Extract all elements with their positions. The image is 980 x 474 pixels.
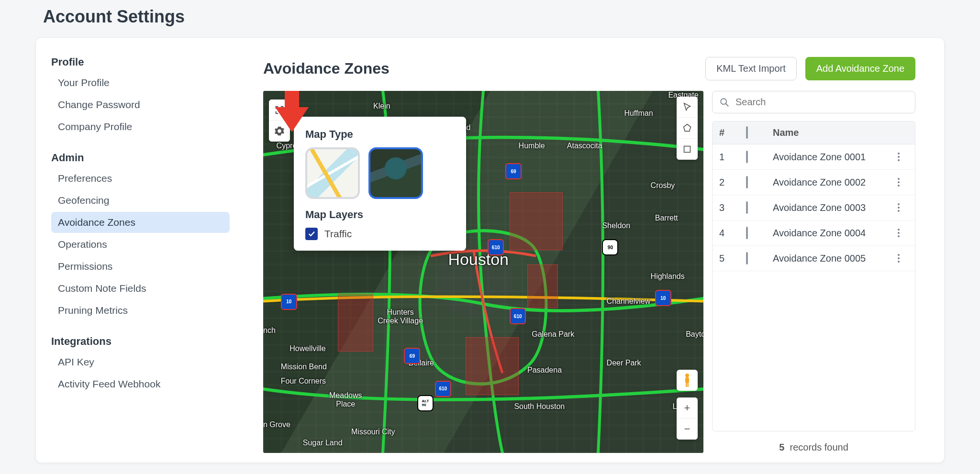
row-checkbox[interactable] xyxy=(746,176,748,188)
shield-i10: 10 xyxy=(655,290,671,306)
svg-point-10 xyxy=(898,178,900,180)
sidebar-item-permissions[interactable]: Permissions xyxy=(51,256,230,277)
row-number: 3 xyxy=(719,202,746,213)
row-checkbox[interactable] xyxy=(746,227,748,239)
pegman-button[interactable] xyxy=(677,370,698,391)
svg-point-16 xyxy=(898,229,900,231)
svg-point-20 xyxy=(898,257,900,259)
add-avoidance-zone-button[interactable]: Add Avoidance Zone xyxy=(805,57,915,80)
svg-point-8 xyxy=(898,156,900,158)
kml-text-import-button[interactable]: KML Text Import xyxy=(705,57,797,80)
shield-i10: 10 xyxy=(281,294,297,310)
svg-rect-3 xyxy=(686,383,687,387)
sidebar-item-api-key[interactable]: API Key xyxy=(51,352,230,373)
sidebar-item-pruning-metrics[interactable]: Pruning Metrics xyxy=(51,300,230,321)
row-name: Avoidance Zone 0004 xyxy=(773,228,892,239)
sidebar-item-activity-feed-webhook[interactable]: Activity Feed Webhook xyxy=(51,374,230,395)
svg-rect-0 xyxy=(684,146,690,152)
sidebar-item-operations[interactable]: Operations xyxy=(51,234,230,255)
sidebar-item-custom-note-fields[interactable]: Custom Note Fields xyxy=(51,278,230,299)
map[interactable]: Houston Klein Westfield Huffman Eastgate… xyxy=(263,91,703,453)
svg-point-14 xyxy=(898,207,900,209)
check-icon xyxy=(307,230,316,238)
col-name: Name xyxy=(773,127,892,138)
table-header: # Name xyxy=(713,121,915,144)
polygon-tool[interactable] xyxy=(677,118,698,139)
cursor-icon xyxy=(682,102,692,112)
search-box[interactable] xyxy=(712,91,915,113)
row-checkbox[interactable] xyxy=(746,252,748,265)
rectangle-tool[interactable] xyxy=(677,139,698,160)
row-actions-button[interactable] xyxy=(892,201,905,214)
sidebar-item-geofencing[interactable]: Geofencing xyxy=(51,190,230,211)
svg-point-5 xyxy=(721,99,726,104)
map-type-popover: Map Type Map Layers Traffic xyxy=(294,117,466,251)
row-actions-button[interactable] xyxy=(892,252,905,265)
zoom-out-button[interactable]: − xyxy=(677,419,698,440)
row-number: 2 xyxy=(719,177,746,188)
map-type-roadmap[interactable] xyxy=(305,147,360,199)
svg-point-7 xyxy=(898,153,900,154)
shield-i69: 69 xyxy=(404,348,420,364)
row-number: 4 xyxy=(719,228,746,239)
zone-polygon xyxy=(527,265,558,308)
records-number: 5 xyxy=(779,442,784,452)
svg-point-19 xyxy=(898,254,900,256)
kebab-icon xyxy=(897,203,900,212)
search-input[interactable] xyxy=(735,96,908,108)
table-row[interactable]: 1 Avoidance Zone 0001 xyxy=(713,144,915,170)
svg-rect-4 xyxy=(688,383,689,387)
records-count: 5 records found xyxy=(712,431,915,453)
select-all-checkbox[interactable] xyxy=(746,126,748,139)
kebab-icon xyxy=(897,254,900,263)
traffic-checkbox[interactable] xyxy=(305,228,318,240)
zones-table: # Name 1 Avoidance Zone 0001 xyxy=(712,121,915,431)
shield-i69: 69 xyxy=(505,163,522,179)
map-layers-heading: Map Layers xyxy=(305,209,455,221)
shield-alt90: ALT 90 xyxy=(417,395,434,411)
shield-i610: 610 xyxy=(510,308,526,324)
table-row[interactable]: 4 Avoidance Zone 0004 xyxy=(713,220,915,246)
zoom-in-button[interactable]: + xyxy=(677,397,698,419)
section-title: Avoidance Zones xyxy=(263,60,390,77)
row-checkbox[interactable] xyxy=(746,151,748,163)
shield-i610: 610 xyxy=(488,239,504,255)
row-actions-button[interactable] xyxy=(892,176,905,189)
sidebar-item-preferences[interactable]: Preferences xyxy=(51,168,230,189)
fullscreen-button[interactable] xyxy=(269,99,290,121)
kebab-icon xyxy=(897,152,900,162)
shield-us90: 90 xyxy=(602,239,618,255)
search-icon xyxy=(719,97,730,108)
table-row[interactable]: 2 Avoidance Zone 0002 xyxy=(713,170,915,195)
row-actions-button[interactable] xyxy=(892,150,905,164)
svg-rect-2 xyxy=(685,377,689,383)
map-settings-button[interactable] xyxy=(269,121,290,142)
kebab-icon xyxy=(897,228,900,238)
pegman-icon xyxy=(681,373,693,388)
svg-line-6 xyxy=(726,103,729,106)
col-number: # xyxy=(719,127,746,138)
row-name: Avoidance Zone 0001 xyxy=(773,152,892,163)
shape-tools xyxy=(677,97,698,160)
zones-list-panel: # Name 1 Avoidance Zone 0001 xyxy=(712,91,915,453)
zone-polygon xyxy=(338,294,373,352)
sidebar-item-avoidance-zones[interactable]: Avoidance Zones xyxy=(51,212,230,233)
table-row[interactable]: 5 Avoidance Zone 0005 xyxy=(713,246,915,271)
shield-i610: 610 xyxy=(435,381,451,397)
cursor-tool[interactable] xyxy=(677,97,698,118)
polygon-icon xyxy=(682,123,692,133)
table-row[interactable]: 3 Avoidance Zone 0003 xyxy=(713,195,915,220)
map-type-satellite[interactable] xyxy=(368,147,423,199)
fullscreen-icon xyxy=(274,105,285,115)
row-checkbox[interactable] xyxy=(746,201,748,214)
traffic-label: Traffic xyxy=(324,228,352,240)
sidebar-item-company-profile[interactable]: Company Profile xyxy=(51,116,230,137)
svg-point-12 xyxy=(898,185,900,187)
row-actions-button[interactable] xyxy=(892,226,905,240)
svg-point-11 xyxy=(898,181,900,183)
sidebar-item-change-password[interactable]: Change Password xyxy=(51,94,230,115)
kebab-icon xyxy=(897,177,900,187)
settings-sidebar: Profile Your Profile Change Password Com… xyxy=(36,38,234,463)
svg-point-21 xyxy=(898,261,900,263)
sidebar-item-your-profile[interactable]: Your Profile xyxy=(51,72,230,93)
